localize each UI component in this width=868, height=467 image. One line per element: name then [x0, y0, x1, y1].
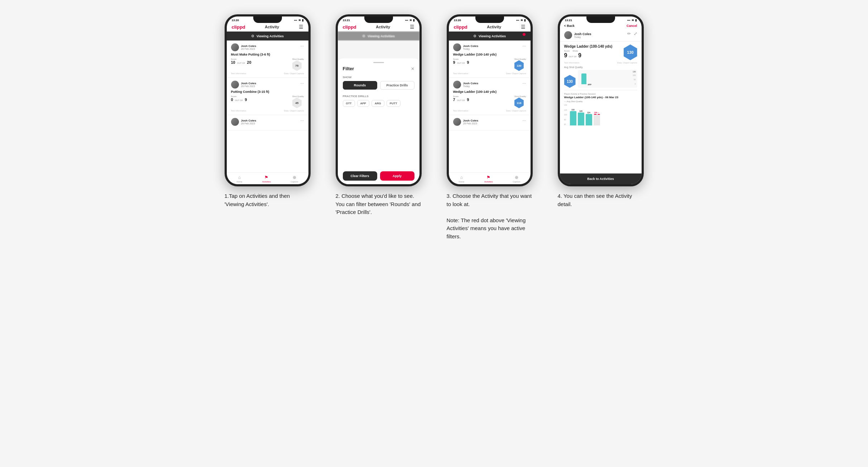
user-details-3-3: Josh Coles 28 Feb 2023	[463, 119, 479, 125]
screen-content-3: Josh Coles Today ··· Wedge Ladder (100-1…	[449, 40, 531, 172]
detail-title-block-4: Wedge Ladder (100-140 yds) Score Shots 9…	[564, 44, 624, 59]
practice-drills-btn-2[interactable]: Practice Drills	[380, 81, 414, 90]
dots-menu-1-2[interactable]: ···	[300, 81, 304, 86]
wifi-icon-4: ≋	[632, 19, 634, 22]
dots-menu-3-2[interactable]: ···	[522, 81, 526, 86]
expand-icon-4[interactable]: ⤢	[634, 31, 637, 36]
nav-bar-3: clippd Activity ☰	[449, 23, 531, 32]
drill-tag-putt-2[interactable]: PUTT	[387, 100, 401, 107]
phone-4: 13:21 ▪▪▪ ≋ ▮ < Back Cancel	[558, 14, 644, 186]
back-btn-4[interactable]: < Back	[564, 24, 575, 28]
dots-menu-3-3[interactable]: ···	[522, 118, 526, 123]
detail-icons-4: ✏ ⤢	[627, 31, 637, 36]
card-header-1-1: Josh Coles 28 Feb 2023 ···	[231, 43, 304, 51]
phone-notch-4	[586, 16, 615, 23]
detail-user-name-4: Josh Coles	[574, 32, 591, 36]
drill-tag-ott-2[interactable]: OTT	[343, 100, 355, 107]
back-to-activities-btn-4[interactable]: Back to Activities	[560, 173, 642, 184]
signal-icon-2: ▪▪▪	[405, 19, 408, 22]
dots-menu-1-3[interactable]: ···	[300, 118, 304, 123]
test-info-1-1: Test Information	[231, 72, 246, 75]
battery-icon-4: ▮	[635, 19, 637, 22]
bars-container-4: 132 129 124	[570, 109, 600, 125]
stat-value-3-2: 7	[453, 97, 455, 102]
detail-user-details-4: Josh Coles Today	[574, 32, 591, 38]
apply-btn-2[interactable]: Apply	[380, 171, 414, 181]
dots-menu-1-1[interactable]: ···	[300, 43, 304, 48]
phone-screen-4: 13:21 ▪▪▪ ≋ ▮ < Back Cancel	[560, 16, 642, 184]
filter-toggle-row-2: Rounds Practice Drills	[343, 81, 414, 90]
bar-4-2	[578, 113, 584, 125]
drill-tag-app-2[interactable]: APP	[357, 100, 369, 107]
capture-icon-3: ⊕	[515, 175, 518, 180]
user-details-1-3: Josh Coles 28 Feb 2023	[241, 119, 256, 125]
data-source-1-2: Data: Clippd Capture	[284, 110, 304, 112]
activity-card-1-2[interactable]: Josh Coles 28 Feb 2023 ··· Putting Combi…	[227, 78, 308, 115]
detail-title-4: Wedge Ladder (100-140 yds)	[564, 44, 624, 48]
filter-icon-3: ⚙	[473, 34, 476, 38]
wifi-icon-1: ≋	[298, 19, 301, 22]
bar-group-4-1: 132	[570, 109, 576, 125]
activity-card-3-1[interactable]: Josh Coles Today ··· Wedge Ladder (100-1…	[449, 40, 531, 78]
phone-screen-1: 13:20 ▪▪▪ ≋ ▮ clippd Activity ☰ ⚙ View	[227, 16, 308, 184]
cancel-btn-4[interactable]: Cancel	[627, 24, 637, 28]
user-name-3-2: Josh Coles	[463, 82, 479, 85]
bottom-nav-home-1[interactable]: ⌂ Home	[236, 175, 242, 183]
phone-notch-1	[253, 16, 282, 23]
nav-title-3: Activity	[487, 25, 501, 29]
viewing-banner-text-1: Viewing Activities	[256, 34, 284, 38]
user-date-3-3: 28 Feb 2023	[463, 122, 479, 125]
viewing-banner-1[interactable]: ⚙ Viewing Activities	[227, 32, 308, 40]
detail-main-4: Wedge Ladder (100-140 yds) Score Shots 9…	[560, 42, 642, 173]
data-source-3-1: Data: Clippd Capture	[506, 72, 526, 75]
stat-outof-1-1: OUT OF	[237, 62, 245, 64]
stat-value-3-1: 9	[453, 60, 455, 65]
bottom-nav-capture-3[interactable]: ⊕ Capture	[513, 175, 520, 183]
clear-filters-btn-2[interactable]: Clear Filters	[343, 171, 377, 181]
avatar-3-3	[453, 118, 461, 126]
filter-actions-2: Clear Filters Apply	[343, 171, 414, 181]
viewing-banner-2[interactable]: ⚙ Viewing Activities	[338, 32, 419, 40]
bottom-nav-capture-1[interactable]: ⊕ Capture	[291, 175, 298, 183]
card-footer-3-1: Test Information Data: Clippd Capture	[453, 72, 526, 75]
logo-3: clippd	[454, 24, 467, 30]
phone-1: 13:20 ▪▪▪ ≋ ▮ clippd Activity ☰ ⚙ View	[225, 14, 311, 186]
detail-user-section-4: Josh Coles Today ✏ ⤢	[560, 29, 642, 42]
bar-group-4-2: 129	[578, 110, 584, 125]
status-time-4: 13:21	[565, 19, 572, 22]
rounds-btn-2[interactable]: Rounds	[343, 81, 377, 90]
chart-label-app-4: APP	[588, 84, 591, 86]
filter-close-2[interactable]: ✕	[411, 66, 414, 71]
bottom-nav-1: ⌂ Home ⚑ Activities ⊕ Capture	[227, 172, 308, 184]
viewing-banner-3[interactable]: ⚙ Viewing Activities	[449, 32, 531, 40]
drill-tag-arg-2[interactable]: ARG	[371, 100, 384, 107]
bottom-nav-activities-1[interactable]: ⚑ Activities	[262, 175, 271, 183]
card-footer-3-2: Test Information Data: Clippd Capture	[453, 110, 526, 112]
session-label-4: Player Activity ▸ Practice Session	[564, 92, 637, 95]
activity-card-1-3[interactable]: Josh Coles 28 Feb 2023 ···	[227, 115, 308, 130]
menu-icon-2[interactable]: ☰	[410, 24, 414, 30]
screen-content-1: Josh Coles 28 Feb 2023 ··· Must Make Put…	[227, 40, 308, 172]
activity-title-3-2: Wedge Ladder (100-140 yds)	[453, 90, 526, 94]
caption-4: 4. You can then see the Activity detail.	[558, 192, 644, 208]
bottom-nav-activities-3[interactable]: ⚑ Activities	[484, 175, 493, 183]
bottom-nav-home-3[interactable]: ⌂ Home	[459, 175, 464, 183]
activities-label-1: Activities	[262, 181, 271, 183]
activity-card-3-3[interactable]: Josh Coles 28 Feb 2023 ···	[449, 115, 531, 130]
avg-shot-section-4: Avg Shot Quality 130 130 100 50 0 APP	[564, 66, 637, 88]
card-header-3-3: Josh Coles 28 Feb 2023 ···	[453, 118, 526, 126]
avatar-3-2	[453, 81, 461, 89]
detail-outof-4: OUT OF	[569, 56, 577, 58]
data-source-4: Data: Clippd Capture	[617, 62, 637, 64]
capture-icon-1: ⊕	[293, 175, 296, 180]
card-footer-1-2: Test Information Data: Clippd Capture	[231, 110, 304, 112]
dots-menu-3-1[interactable]: ···	[522, 43, 526, 48]
activity-card-3-2[interactable]: Josh Coles Today ··· Wedge Ladder (100-1…	[449, 78, 531, 115]
battery-icon-2: ▮	[413, 19, 414, 22]
menu-icon-1[interactable]: ☰	[299, 24, 303, 30]
filter-icon-2: ⚙	[362, 34, 365, 38]
activity-card-1-1[interactable]: Josh Coles 28 Feb 2023 ··· Must Make Put…	[227, 40, 308, 78]
edit-icon-4[interactable]: ✏	[627, 31, 631, 36]
detail-title-scores-row-4: Wedge Ladder (100-140 yds) Score Shots 9…	[564, 44, 637, 60]
menu-icon-3[interactable]: ☰	[521, 24, 526, 30]
